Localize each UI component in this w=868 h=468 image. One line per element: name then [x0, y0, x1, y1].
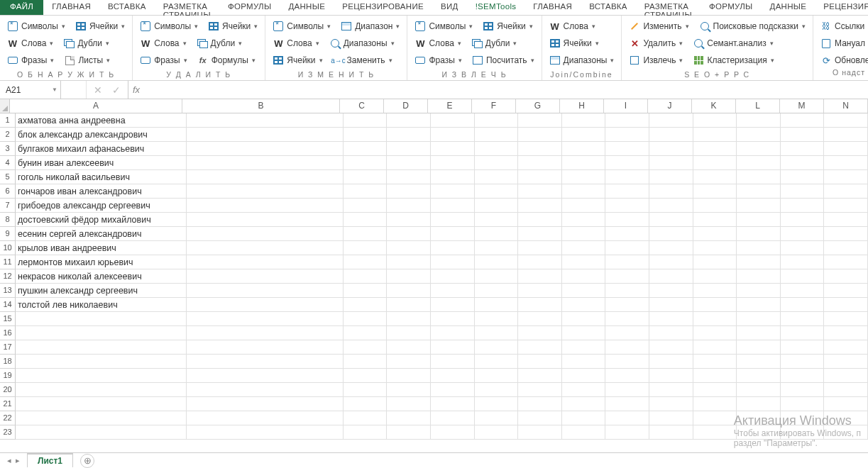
cell-C6[interactable]: [344, 184, 388, 199]
cell-H10[interactable]: [562, 241, 606, 255]
cell-K23[interactable]: [693, 425, 737, 440]
cell-I7[interactable]: [605, 199, 649, 213]
cell-A6[interactable]: гончаров иван александрович: [16, 184, 187, 199]
cell-E18[interactable]: [431, 355, 475, 369]
cell-K7[interactable]: [693, 199, 737, 213]
cell-B12[interactable]: [187, 269, 343, 284]
cell-F4[interactable]: [475, 156, 519, 170]
tab-4[interactable]: ДАННЫЕ: [762, 0, 815, 15]
col-header-E[interactable]: E: [428, 99, 472, 113]
cell-D1[interactable]: [387, 113, 431, 128]
cell-I9[interactable]: [605, 227, 649, 241]
row-header-4[interactable]: 4: [0, 156, 16, 170]
cell-C17[interactable]: [344, 340, 388, 355]
cell-F9[interactable]: [475, 227, 519, 241]
cell-E2[interactable]: [431, 128, 475, 142]
cell-N2[interactable]: [824, 128, 868, 142]
cell-B10[interactable]: [187, 241, 343, 255]
cell-C13[interactable]: [344, 284, 388, 298]
fx-cancel-icon[interactable]: ✕: [94, 84, 102, 96]
ribbon-btn-ячейки[interactable]: Ячейки▾: [548, 37, 600, 50]
ribbon-btn-ячейки[interactable]: Ячейки▾: [271, 54, 324, 67]
cell-D9[interactable]: [387, 227, 431, 241]
cell-H8[interactable]: [562, 213, 606, 227]
cell-D15[interactable]: [387, 312, 431, 326]
cell-F7[interactable]: [475, 199, 519, 213]
cell-I11[interactable]: [605, 255, 649, 269]
row-header-11[interactable]: 11: [0, 255, 16, 269]
cell-K3[interactable]: [693, 142, 737, 156]
cell-E22[interactable]: [431, 411, 475, 425]
cell-L21[interactable]: [737, 397, 781, 411]
cell-E8[interactable]: [431, 213, 475, 227]
cell-E1[interactable]: [431, 113, 475, 128]
cell-B15[interactable]: [187, 312, 343, 326]
cell-L15[interactable]: [737, 312, 781, 326]
cell-L17[interactable]: [737, 340, 781, 355]
cell-F12[interactable]: [475, 269, 519, 284]
ribbon-btn-слова[interactable]: WСлова▾: [6, 37, 55, 50]
cell-H1[interactable]: [562, 113, 606, 128]
col-header-A[interactable]: A: [10, 99, 182, 113]
cell-H14[interactable]: [562, 298, 606, 312]
cell-C5[interactable]: [344, 170, 388, 184]
cell-F10[interactable]: [475, 241, 519, 255]
cell-D6[interactable]: [387, 184, 431, 199]
row-header-2[interactable]: 2: [0, 128, 16, 142]
cell-N14[interactable]: [824, 298, 868, 312]
cell-K20[interactable]: [693, 383, 737, 397]
col-header-C[interactable]: C: [340, 99, 384, 113]
cell-L1[interactable]: [737, 113, 781, 128]
cell-H23[interactable]: [562, 425, 606, 440]
cell-B17[interactable]: [187, 340, 343, 355]
cell-J6[interactable]: [649, 184, 693, 199]
cell-A16[interactable]: [16, 326, 187, 340]
cell-N23[interactable]: [824, 425, 868, 440]
cell-B3[interactable]: [187, 142, 343, 156]
ribbon-btn-листы[interactable]: Листы▾: [62, 54, 111, 67]
cell-H21[interactable]: [562, 397, 606, 411]
cell-J15[interactable]: [649, 312, 693, 326]
col-header-F[interactable]: F: [472, 99, 516, 113]
cell-A8[interactable]: достоевский фёдор михайлович: [16, 213, 187, 227]
ribbon-btn-посчитать[interactable]: Посчитать▾: [471, 54, 536, 67]
cell-F2[interactable]: [475, 128, 519, 142]
cell-J3[interactable]: [649, 142, 693, 156]
cell-I23[interactable]: [605, 425, 649, 440]
row-header-19[interactable]: 19: [0, 369, 16, 383]
tab-3[interactable]: ФОРМУЛЫ: [701, 0, 762, 15]
formula-input[interactable]: [144, 81, 868, 99]
cell-J21[interactable]: [649, 397, 693, 411]
cell-N5[interactable]: [824, 170, 868, 184]
cell-N9[interactable]: [824, 227, 868, 241]
cell-F15[interactable]: [475, 312, 519, 326]
cell-D22[interactable]: [387, 411, 431, 425]
cell-G17[interactable]: [518, 340, 562, 355]
cell-D17[interactable]: [387, 340, 431, 355]
cell-K6[interactable]: [693, 184, 737, 199]
cell-M11[interactable]: [781, 255, 825, 269]
cell-G15[interactable]: [518, 312, 562, 326]
cell-E7[interactable]: [431, 199, 475, 213]
cell-J20[interactable]: [649, 383, 693, 397]
cell-G3[interactable]: [518, 142, 562, 156]
cell-C18[interactable]: [344, 355, 388, 369]
row-header-13[interactable]: 13: [0, 284, 16, 298]
row-header-7[interactable]: 7: [0, 199, 16, 213]
cell-G11[interactable]: [518, 255, 562, 269]
cell-C23[interactable]: [344, 425, 388, 440]
col-header-H[interactable]: H: [560, 99, 604, 113]
ribbon-btn-слова[interactable]: WСлова▾: [138, 37, 187, 50]
cell-M23[interactable]: [781, 425, 825, 440]
cell-B4[interactable]: [187, 156, 343, 170]
cell-C14[interactable]: [344, 298, 388, 312]
cell-G23[interactable]: [518, 425, 562, 440]
cell-F8[interactable]: [475, 213, 519, 227]
tab-semtools[interactable]: !SEMTools: [467, 0, 525, 15]
cell-J8[interactable]: [649, 213, 693, 227]
sheet-nav-prev-icon[interactable]: ◂: [7, 456, 11, 465]
ribbon-btn-фразы[interactable]: Фразы▾: [6, 54, 55, 67]
cell-G10[interactable]: [518, 241, 562, 255]
ribbon-btn-дубли[interactable]: Дубли▾: [62, 37, 111, 50]
cell-A4[interactable]: бунин иван алексеевич: [16, 156, 187, 170]
